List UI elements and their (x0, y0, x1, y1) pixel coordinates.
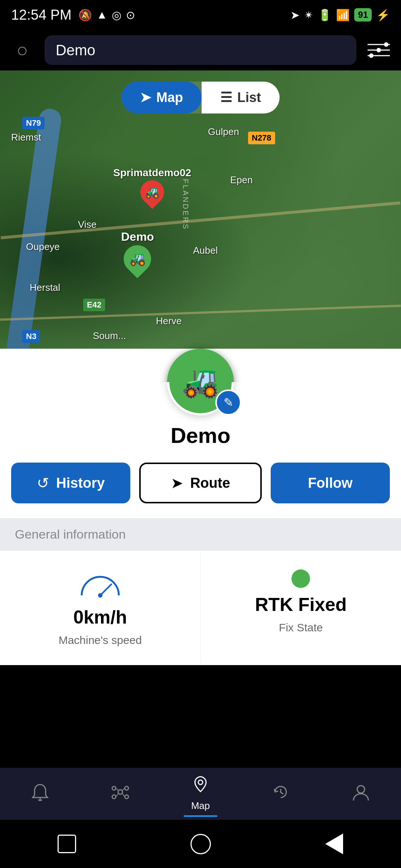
fix-state-cell: RTK Fixed Fix State (201, 551, 401, 665)
tractor-fab-icon: 🚜 (180, 363, 221, 382)
nav-history[interactable] (264, 779, 297, 809)
marker-demo[interactable]: Demo 🚜 (121, 230, 154, 276)
svg-point-16 (125, 795, 128, 799)
route-button[interactable]: ➤ Route (139, 463, 261, 503)
search-button[interactable]: ○ (7, 35, 37, 65)
general-info-title: General information (15, 527, 126, 541)
svg-line-23 (281, 792, 283, 794)
svg-line-10 (100, 584, 111, 595)
speed-value: 0km/h (73, 606, 127, 628)
nav-map-label: Map (191, 800, 210, 812)
info-grid: 0km/h Machine's speed RTK Fixed Fix Stat… (0, 550, 401, 665)
town-riemst: Riemst (11, 132, 41, 143)
action-buttons: ↺ History ➤ Route Follow (11, 463, 390, 503)
device-name: Demo (0, 423, 401, 448)
map-area[interactable]: FLANDERS Riemst Gulpen Epen Vise Oupeye … (0, 70, 401, 382)
general-info-header: General information (0, 518, 401, 550)
map-view-button[interactable]: ➤ Map (121, 82, 202, 114)
charging-icon: ⚡ (376, 9, 390, 22)
town-soum: Soum... (93, 330, 126, 342)
town-gulpen: Gulpen (208, 126, 239, 138)
map-nav-icon (191, 775, 210, 797)
search-input[interactable]: Demo (56, 42, 95, 59)
map-list-toggle[interactable]: ➤ Map ☰ List (121, 82, 280, 114)
road-overlay-2 (0, 305, 401, 321)
svg-line-19 (116, 793, 118, 797)
marker-sprimatdemo02[interactable]: Sprimatdemo02 🚜 (113, 167, 191, 208)
svg-point-12 (118, 790, 123, 794)
svg-point-0 (384, 42, 388, 47)
gps-icon: ➤ (290, 9, 300, 22)
system-square-button[interactable] (54, 831, 80, 857)
road-n3: N3 (22, 330, 40, 343)
tractor-fab[interactable]: 🚜 (167, 349, 234, 382)
edit-badge-button[interactable]: ✎ (215, 389, 241, 415)
svg-line-17 (116, 788, 118, 790)
navigation-icon: ▲ (97, 9, 108, 21)
bluetooth-icon: ✴ (304, 9, 313, 22)
nav-alerts[interactable] (23, 779, 57, 809)
nav-zones[interactable] (104, 779, 137, 809)
list-view-icon: ☰ (220, 90, 232, 105)
nav-map[interactable]: Map (184, 771, 218, 817)
svg-point-24 (357, 786, 365, 793)
list-view-button[interactable]: ☰ List (202, 82, 280, 114)
battery-low-icon: 🔋 (318, 9, 332, 22)
speed-label: Machine's speed (59, 634, 142, 647)
map-view-label: Map (156, 90, 183, 105)
battery-percent: 91 (354, 8, 372, 22)
bottom-nav: Map (0, 768, 401, 820)
map-view-icon: ➤ (140, 90, 151, 105)
svg-line-18 (122, 788, 125, 790)
filter-button[interactable] (364, 35, 394, 65)
route-label: Route (190, 475, 230, 491)
history-icon: ↺ (37, 474, 49, 491)
town-oupeye: Oupeye (26, 241, 60, 253)
mute-icon: 🔕 (78, 9, 92, 22)
system-nav (0, 820, 401, 868)
marker-label-demo: Demo (121, 230, 154, 244)
search-bar: ○ Demo (0, 30, 401, 70)
tractor-icon-red: 🚜 (145, 185, 160, 199)
system-back-button[interactable] (321, 831, 347, 857)
back-icon (325, 834, 343, 854)
search-input-container[interactable]: Demo (45, 35, 356, 65)
wifi-icon: 📶 (336, 9, 350, 22)
speed-cell: 0km/h Machine's speed (0, 551, 201, 665)
town-aubel: Aubel (193, 245, 218, 256)
follow-button[interactable]: Follow (271, 463, 390, 503)
fix-state-label: Fix State (279, 621, 323, 634)
fix-state-value: RTK Fixed (255, 594, 347, 615)
status-time: 12:54 PM (11, 7, 72, 23)
town-herve: Herve (156, 315, 182, 327)
tractor-icon-green: 🚜 (129, 251, 146, 267)
road-n278: N278 (248, 132, 275, 144)
svg-point-14 (125, 786, 128, 790)
road-overlay-1 (1, 201, 401, 239)
location-icon: ◎ (112, 9, 121, 22)
system-home-button[interactable] (188, 831, 213, 857)
history-nav-icon (271, 783, 290, 805)
marker-label-sprimatdemo02: Sprimatdemo02 (113, 167, 191, 179)
nav-profile[interactable] (344, 779, 378, 809)
device-card: 🚜 ✎ Demo ↺ History ➤ Route Follow Genera… (0, 349, 401, 665)
road-e42: E42 (83, 299, 105, 311)
circle-icon (190, 834, 211, 854)
square-icon (58, 835, 76, 853)
svg-point-13 (112, 786, 116, 790)
bell-icon (31, 783, 49, 805)
follow-label: Follow (308, 475, 352, 491)
sync-icon: ⊙ (126, 9, 135, 22)
list-view-label: List (237, 90, 261, 105)
history-button[interactable]: ↺ History (11, 463, 130, 503)
svg-point-15 (112, 795, 116, 799)
history-label: History (56, 475, 105, 491)
town-herstal: Herstal (30, 282, 60, 293)
profile-icon (352, 783, 370, 805)
route-icon: ➤ (171, 474, 183, 491)
town-vise: Vise (78, 219, 97, 230)
search-icon: ○ (16, 39, 28, 61)
svg-point-21 (198, 780, 203, 785)
speedometer-icon (78, 569, 123, 601)
town-epen: Epen (230, 174, 253, 186)
